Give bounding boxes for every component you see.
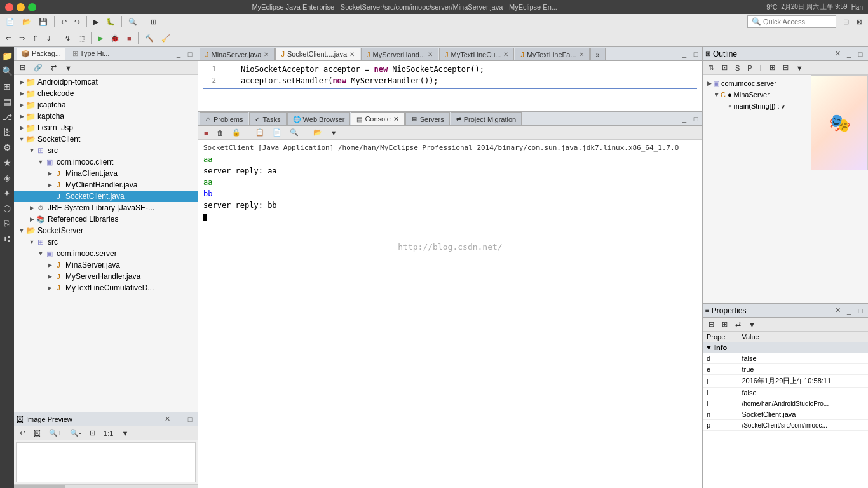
editor-tab-mytextlinefa[interactable]: J MyTextLineFa... ✕ bbox=[515, 48, 589, 60]
tb2-stop[interactable]: ■ bbox=[124, 32, 135, 44]
img-prev-fit[interactable]: ⊡ bbox=[86, 427, 98, 439]
console-paste[interactable]: 📄 bbox=[269, 126, 285, 139]
panel-minimize-button[interactable]: _ bbox=[173, 49, 184, 59]
props-row-linked[interactable]: l false bbox=[703, 388, 868, 398]
maximize-button[interactable] bbox=[28, 3, 36, 11]
tree-item-myserverhandler[interactable]: ▶ J MyServerHandler.java bbox=[14, 271, 198, 282]
tree-item-socketclient[interactable]: ▼ 📂 SocketClient bbox=[14, 133, 198, 145]
toolbar-open[interactable]: 📂 bbox=[19, 16, 34, 28]
tab-package-explorer[interactable]: 📦 Packag... bbox=[17, 48, 65, 60]
window-controls[interactable] bbox=[5, 3, 36, 11]
code-editor[interactable]: 1 NioSocketAcceptor acceptor = new NioSo… bbox=[198, 61, 702, 112]
image-preview-close[interactable]: ✕ bbox=[162, 414, 172, 424]
tree-item-src-server[interactable]: ▼ ⊞ src bbox=[14, 236, 198, 248]
outline-maximize[interactable]: □ bbox=[855, 49, 865, 59]
tb2-debug[interactable]: 🐞 bbox=[107, 32, 123, 44]
outline-hide-static[interactable]: S bbox=[732, 62, 743, 74]
open-perspective-button[interactable]: ⊟ bbox=[840, 16, 852, 28]
console-clear[interactable]: 🗑 bbox=[214, 127, 227, 139]
tree-item-jre[interactable]: ▶ ⚙ JRE System Library [JavaSE-... bbox=[14, 202, 198, 214]
editor-minimize-button[interactable]: _ bbox=[679, 49, 689, 59]
img-prev-menu[interactable]: ▼ bbox=[118, 428, 132, 439]
outline-hide-fields[interactable]: ⊡ bbox=[719, 62, 731, 74]
props-row-path[interactable]: p /SocketClient/src/com/imooc... bbox=[703, 420, 868, 431]
explorer-link[interactable]: 🔗 bbox=[31, 62, 46, 74]
image-preview-maximize[interactable]: □ bbox=[185, 414, 195, 424]
sidebar-icon-3[interactable]: ⊞ bbox=[1, 80, 13, 93]
bottom-scrollbar[interactable] bbox=[14, 484, 198, 488]
tab-type-hierarchy[interactable]: ⊞ Type Hi... bbox=[68, 48, 114, 60]
tree-item-mytextlinecumulative[interactable]: ▶ J MyTextLineCumulativeD... bbox=[14, 282, 198, 294]
tree-item-referenced-libraries[interactable]: ▶ 📚 Referenced Libraries bbox=[14, 214, 198, 225]
props-row-location[interactable]: l /home/han/AndroidStudioPro... bbox=[703, 398, 868, 409]
toolbar-run[interactable]: ▶ bbox=[90, 16, 102, 28]
close-tab-icon[interactable]: ✕ bbox=[264, 51, 269, 58]
sidebar-icon-4[interactable]: ▤ bbox=[1, 95, 13, 108]
sidebar-icon-11[interactable]: ⬡ bbox=[1, 202, 13, 215]
tb2-btn2[interactable]: ⇒ bbox=[16, 32, 28, 44]
tb2-btn1[interactable]: ⇐ bbox=[3, 32, 15, 44]
outline-close[interactable]: ✕ bbox=[832, 49, 843, 59]
toolbar-perspective[interactable]: ⊞ bbox=[147, 16, 159, 28]
explorer-collapse[interactable]: ⊟ bbox=[17, 62, 29, 74]
console-stop[interactable]: ■ bbox=[201, 127, 212, 139]
props-row-localtime[interactable]: l 2016年1月29日上午10:58:11 bbox=[703, 375, 868, 388]
tb2-btn4[interactable]: ⇓ bbox=[43, 32, 55, 44]
props-tb-menu[interactable]: ▼ bbox=[745, 319, 759, 330]
img-prev-zoom-out[interactable]: 🔍- bbox=[67, 427, 85, 439]
editor-tab-mytextlinecumu[interactable]: J MyTextLineCu... ✕ bbox=[439, 48, 514, 60]
sidebar-icon-8[interactable]: ★ bbox=[1, 156, 13, 169]
close-button[interactable] bbox=[5, 3, 13, 11]
explorer-sync[interactable]: ⇄ bbox=[48, 62, 60, 74]
tree-item-com-imooc-server[interactable]: ▼ ▣ com.imooc.server bbox=[14, 248, 198, 259]
tree-item-com-imooc-client[interactable]: ▼ ▣ com.imooc.client bbox=[14, 156, 198, 168]
outline-collapse[interactable]: ⊟ bbox=[780, 62, 792, 74]
tree-item-minaserver[interactable]: ▶ J MinaServer.java bbox=[14, 259, 198, 271]
editor-tab-socketclient[interactable]: J SocketClient....java ✕ bbox=[275, 48, 360, 60]
close-tab-icon4[interactable]: ✕ bbox=[503, 51, 508, 58]
quick-access-input[interactable] bbox=[763, 18, 832, 25]
close-console-tab[interactable]: ✕ bbox=[393, 115, 399, 123]
editor-tab-more[interactable]: » bbox=[590, 48, 606, 60]
sidebar-icon-10[interactable]: ✦ bbox=[1, 187, 13, 200]
console-open-file[interactable]: 📂 bbox=[310, 126, 325, 139]
tb2-clean[interactable]: 🧹 bbox=[158, 32, 173, 44]
tree-item-androidpn[interactable]: ▶ 📁 Androidpn-tomcat bbox=[14, 76, 198, 88]
toolbar-redo[interactable]: ↪ bbox=[71, 16, 83, 28]
tb2-btn6[interactable]: ⬚ bbox=[75, 32, 88, 44]
close-tab-icon2[interactable]: ✕ bbox=[349, 51, 355, 58]
console-maximize-button[interactable]: □ bbox=[691, 114, 701, 124]
properties-maximize[interactable]: □ bbox=[855, 306, 865, 316]
img-prev-zoom-in[interactable]: 🔍+ bbox=[46, 427, 65, 439]
props-tb-btn3[interactable]: ⇄ bbox=[732, 318, 744, 330]
tree-item-src-client[interactable]: ▼ ⊞ src bbox=[14, 145, 198, 156]
outline-expand[interactable]: ⊞ bbox=[766, 62, 778, 74]
sidebar-icon-13[interactable]: ⑆ bbox=[1, 233, 13, 245]
outline-hide-inherited[interactable]: I bbox=[757, 62, 765, 74]
console-scroll-lock[interactable]: 🔒 bbox=[229, 126, 244, 139]
sidebar-icon-2[interactable]: 🔍 bbox=[1, 65, 13, 78]
close-tab-icon3[interactable]: ✕ bbox=[428, 51, 433, 58]
customize-perspective-button[interactable]: ⊠ bbox=[853, 16, 865, 28]
close-tab-icon5[interactable]: ✕ bbox=[579, 51, 584, 58]
sidebar-icon-12[interactable]: ⎘ bbox=[1, 217, 13, 230]
console-tab-problems[interactable]: ⚠ Problems bbox=[200, 112, 248, 125]
toolbar-save[interactable]: 💾 bbox=[36, 16, 51, 28]
editor-tab-minaserver[interactable]: J MinaServer.java ✕ bbox=[200, 48, 275, 60]
quick-access-box[interactable]: 🔍 bbox=[747, 15, 836, 28]
toolbar-undo[interactable]: ↩ bbox=[58, 16, 70, 28]
console-minimize-button[interactable]: _ bbox=[679, 114, 689, 124]
toolbar-debug[interactable]: 🐛 bbox=[103, 16, 118, 28]
tb2-build[interactable]: 🔨 bbox=[142, 32, 157, 44]
console-view-menu[interactable]: ▼ bbox=[327, 127, 341, 139]
tree-item-myclienthandler[interactable]: ▶ J MyClientHandler.java bbox=[14, 179, 198, 191]
sidebar-icon-7[interactable]: ⚙ bbox=[1, 141, 13, 154]
console-find[interactable]: 🔍 bbox=[287, 126, 302, 139]
props-row-name[interactable]: n SocketClient.java bbox=[703, 409, 868, 420]
tb2-btn3[interactable]: ⇑ bbox=[29, 32, 41, 44]
explorer-menu[interactable]: ▼ bbox=[62, 62, 75, 74]
tree-item-kaptcha[interactable]: ▶ 📁 kaptcha bbox=[14, 111, 198, 122]
sidebar-icon-9[interactable]: ◈ bbox=[1, 172, 13, 184]
outline-sort[interactable]: ⇅ bbox=[705, 62, 717, 74]
tree-item-checkcode[interactable]: ▶ 📁 checkcode bbox=[14, 88, 198, 99]
